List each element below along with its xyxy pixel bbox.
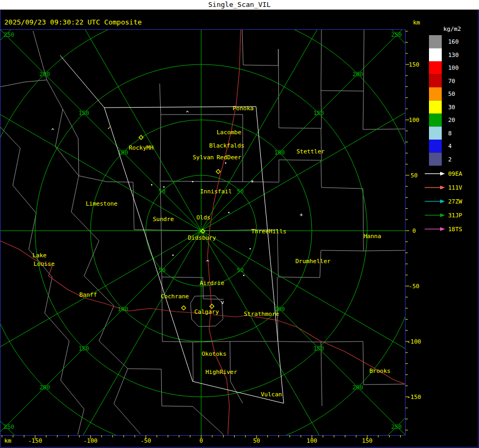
range-ring-label: 50 bbox=[159, 267, 166, 274]
range-ring-label: 150 bbox=[313, 345, 324, 352]
y-axis-label: 100 bbox=[409, 117, 419, 124]
city-label: Banff bbox=[79, 291, 97, 298]
legend-swatch bbox=[429, 140, 442, 153]
range-ring-label: 100 bbox=[118, 306, 128, 313]
town-dot-marker bbox=[250, 248, 251, 250]
site-label: 18TS bbox=[448, 226, 463, 233]
city-label: Innisfail bbox=[200, 188, 232, 195]
radar-check-marker: ✓ bbox=[108, 125, 111, 131]
timestamp-label: 2025/09/23 09:30:22 UTC Composite bbox=[4, 18, 142, 26]
city-label: Strathmore bbox=[244, 311, 279, 317]
town-dot-marker bbox=[228, 212, 230, 214]
city-label: Cochrane bbox=[161, 293, 189, 300]
city-label: Okotoks bbox=[202, 351, 226, 357]
city-label: Drumheller bbox=[295, 258, 331, 265]
city-label: Blackfalds bbox=[209, 142, 244, 149]
city-label: RedDeer bbox=[217, 154, 242, 161]
range-ring-label: 200 bbox=[352, 71, 363, 78]
x-axis-unit-label: km bbox=[4, 437, 12, 444]
legend-value: 70 bbox=[448, 78, 455, 85]
range-ring-label: 250 bbox=[4, 31, 14, 38]
range-ring-label: 100 bbox=[118, 149, 128, 156]
city-label: RockyMH bbox=[129, 144, 153, 151]
legend-value: 100 bbox=[448, 64, 459, 71]
city-label: Sundre bbox=[153, 216, 174, 223]
city-label: Sylvan bbox=[193, 154, 214, 161]
y-axis-label: -150 bbox=[407, 394, 422, 401]
x-axis-label: 50 bbox=[253, 437, 260, 444]
legend-swatch bbox=[429, 153, 442, 166]
legend-swatch bbox=[429, 75, 442, 88]
city-label: Vulcan bbox=[261, 391, 282, 398]
town-symbol-marker: ^ bbox=[186, 110, 189, 116]
legend-value: 30 bbox=[448, 104, 455, 111]
city-label: ThreeHills bbox=[251, 228, 286, 235]
town-dot-marker bbox=[192, 181, 194, 183]
range-ring-label: 250 bbox=[4, 423, 14, 430]
app-window: Single_Scan_VIL 505050501001001001001501… bbox=[0, 0, 479, 448]
x-axis-label: 100 bbox=[307, 437, 317, 444]
city-label: Hanna bbox=[364, 233, 381, 240]
legend-swatch bbox=[429, 101, 442, 114]
y-axis-unit-label: km bbox=[413, 19, 420, 26]
range-ring-label: 200 bbox=[39, 71, 50, 78]
range-ring-label: 250 bbox=[391, 31, 402, 38]
town-dot-marker bbox=[225, 162, 227, 164]
legend-value: 8 bbox=[448, 130, 452, 137]
legend-value: 160 bbox=[448, 38, 459, 45]
window-title: Single_Scan_VIL bbox=[208, 1, 271, 9]
city-label: HighRiver bbox=[205, 369, 237, 376]
town-symbol-marker: v bbox=[221, 299, 224, 305]
city-label: Lake bbox=[32, 252, 47, 259]
range-ring-label: 50 bbox=[159, 188, 166, 195]
x-axis-label: 150 bbox=[362, 437, 373, 444]
range-ring-label: 100 bbox=[274, 149, 285, 156]
city-label: Stettler bbox=[296, 148, 325, 155]
legend-value: 20 bbox=[448, 117, 455, 124]
site-label: 111V bbox=[448, 184, 463, 191]
range-ring-label: 200 bbox=[39, 384, 50, 391]
town-dot-marker bbox=[243, 275, 245, 276]
city-label: Didsbury bbox=[188, 234, 216, 241]
town-symbol-marker: ^ bbox=[51, 128, 54, 134]
city-label: Ponoka bbox=[233, 105, 254, 112]
range-ring-label: 150 bbox=[78, 345, 89, 352]
city-label: Lacombe bbox=[217, 129, 241, 136]
y-axis-label: 50 bbox=[410, 172, 417, 179]
city-label: Airdrie bbox=[200, 280, 224, 287]
city-label: Louise bbox=[34, 260, 55, 267]
town-dot-marker bbox=[163, 186, 165, 188]
site-label: 09EA bbox=[448, 170, 463, 177]
y-axis-label: 150 bbox=[409, 61, 419, 68]
range-ring-label: 150 bbox=[78, 110, 89, 117]
city-label: Olds bbox=[196, 214, 211, 221]
legend-value: 50 bbox=[448, 91, 455, 97]
legend-swatch bbox=[429, 48, 442, 62]
town-symbol-marker: ^ bbox=[206, 259, 209, 265]
y-axis-label: -100 bbox=[407, 338, 422, 345]
x-axis-label: 0 bbox=[200, 437, 203, 444]
legend-swatch bbox=[429, 113, 442, 127]
legend-swatch bbox=[429, 61, 442, 75]
site-label: 31JP bbox=[448, 212, 463, 219]
y-axis-label: 0 bbox=[412, 227, 416, 234]
x-axis-label: -50 bbox=[141, 437, 151, 444]
range-ring-label: 250 bbox=[391, 423, 402, 430]
y-axis-label: -50 bbox=[409, 283, 419, 290]
town-symbol-marker: * bbox=[251, 180, 254, 185]
legend-swatch bbox=[429, 35, 442, 48]
range-ring-label: 200 bbox=[352, 384, 363, 391]
x-axis-label: -150 bbox=[28, 437, 43, 444]
legend-swatch bbox=[429, 87, 442, 101]
range-ring-label: 50 bbox=[237, 267, 244, 274]
legend-value: 4 bbox=[448, 143, 452, 150]
legend-swatch bbox=[429, 127, 442, 140]
town-dot-marker bbox=[172, 255, 174, 256]
radar-display[interactable]: Single_Scan_VIL 505050501001001001001501… bbox=[0, 0, 479, 448]
city-label: Brooks bbox=[369, 368, 391, 374]
city-label: Limestone bbox=[86, 200, 118, 207]
legend-unit-label: kg/m2 bbox=[443, 26, 461, 32]
legend-value: 130 bbox=[448, 52, 459, 59]
range-ring-label: 50 bbox=[237, 188, 244, 195]
legend-value: 2 bbox=[448, 156, 452, 163]
